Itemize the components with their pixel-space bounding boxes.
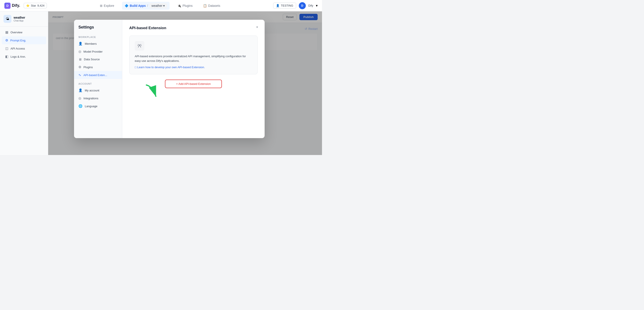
breadcrumb-separator: /	[147, 4, 148, 8]
my-account-label: My account	[85, 89, 99, 92]
close-button[interactable]: ×	[254, 24, 260, 30]
explore-nav-item[interactable]: ⊞ Explore	[97, 3, 117, 9]
model-provider-label: Model Provider	[84, 50, 102, 53]
content-title: API-based Extension	[129, 26, 258, 30]
api-extension-svg-icon	[137, 43, 142, 48]
add-extension-label: + Add API-based Extension	[176, 82, 211, 86]
settings-sidebar: Settings WORKPLACE 👤 Members ◎ Model Pro…	[74, 20, 122, 138]
prompt-eng-icon: ⚙	[5, 38, 8, 42]
star-label: Star	[31, 4, 36, 7]
info-box-icon	[135, 41, 144, 51]
api-access-icon: ◫	[5, 47, 8, 51]
github-star-button[interactable]: ⭐ Star 9,424	[24, 3, 47, 8]
breadcrumb: Build Apps / weather ▾	[130, 3, 167, 8]
settings-item-data-source[interactable]: 🖥 Data Source	[74, 56, 122, 63]
plugins-nav-item[interactable]: 🔌 Plugins	[175, 3, 195, 9]
plugins-icon: 🔌	[178, 4, 181, 8]
top-nav: D Dify. ⭐ Star 9,424 ⊞ Explore 🔷 Build A…	[0, 0, 322, 12]
main-layout: 🌤 weather Chat App ▦ Overview ⚙ Prompt E…	[0, 12, 322, 155]
api-extension-icon: ∿	[78, 73, 81, 77]
settings-item-language[interactable]: 🌐 Language	[74, 102, 122, 110]
overview-label: Overview	[10, 31, 22, 34]
plugins-settings-label: Plugins	[84, 66, 93, 69]
info-box-text: API-based extensions provide centralized…	[135, 54, 252, 63]
info-box-link[interactable]: □ Learn how to develop your own API-base…	[135, 66, 252, 69]
settings-item-members[interactable]: 👤 Members	[74, 40, 122, 48]
settings-item-integrations[interactable]: ◎ Integrations	[74, 94, 122, 102]
avatar[interactable]: D	[299, 2, 306, 9]
language-label: Language	[85, 105, 98, 108]
settings-content-area: API-based Extension ×	[122, 20, 264, 138]
settings-item-plugins[interactable]: ⚙ Plugins	[74, 63, 122, 71]
add-extension-button[interactable]: + Add API-based Extension	[165, 80, 222, 88]
svg-point-0	[139, 45, 140, 46]
star-count: 9,424	[38, 4, 45, 7]
members-label: Members	[85, 42, 96, 45]
nav-center: ⊞ Explore 🔷 Build Apps / weather ▾ 🔌 Plu…	[50, 2, 270, 10]
sidebar-item-api-access[interactable]: ◫ API Access	[2, 45, 46, 52]
plugins-settings-icon: ⚙	[78, 65, 81, 69]
build-apps-label: Build Apps	[130, 4, 146, 8]
logo-text: Dify.	[12, 3, 20, 8]
overview-icon: ▦	[5, 30, 8, 34]
build-apps-icon: 🔷	[125, 4, 128, 8]
model-provider-icon: ◎	[78, 50, 81, 54]
datasets-label: Datasets	[208, 4, 220, 8]
info-link-text: Learn how to develop your own API-based …	[137, 66, 205, 69]
user-initial: D	[301, 4, 303, 7]
integrations-icon: ◎	[78, 96, 81, 100]
language-icon: 🌐	[78, 104, 82, 108]
logs-label: Logs & Ann.	[10, 55, 26, 58]
user-chevron-icon: ▾	[316, 4, 318, 8]
prompt-eng-label: Prompt Eng.	[10, 39, 26, 42]
app-icon: 🌤	[4, 15, 12, 23]
testing-button[interactable]: 👤 TESTING	[273, 3, 296, 9]
sidebar-item-overview[interactable]: ▦ Overview	[2, 28, 46, 36]
integrations-label: Integrations	[84, 97, 98, 100]
sidebar-item-logs[interactable]: ◧ Logs & Ann.	[2, 53, 46, 61]
explore-icon: ⊞	[100, 4, 102, 8]
logo-icon: D	[4, 3, 10, 9]
my-account-icon: 👤	[78, 88, 82, 92]
settings-item-my-account[interactable]: 👤 My account	[74, 86, 122, 94]
build-apps-nav-item[interactable]: 🔷 Build Apps / weather ▾	[122, 2, 170, 10]
settings-modal: Settings WORKPLACE 👤 Members ◎ Model Pro…	[74, 20, 264, 138]
close-icon: ×	[256, 25, 258, 29]
logs-icon: ◧	[5, 55, 8, 59]
weather-dropdown[interactable]: weather ▾	[150, 3, 167, 8]
api-extension-label: API-based Exten...	[84, 74, 107, 77]
account-section-label: ACCOUNT	[74, 82, 122, 85]
settings-item-model-provider[interactable]: ◎ Model Provider	[74, 48, 122, 56]
settings-title: Settings	[74, 25, 122, 34]
workplace-section-label: WORKPLACE	[74, 36, 122, 38]
link-icon: □	[135, 66, 136, 69]
api-access-label: API Access	[10, 47, 25, 50]
github-icon: ⭐	[26, 4, 30, 7]
content-area: PROMPT Reset Publish ↺ Restart ced in th…	[48, 12, 322, 155]
explore-label: Explore	[104, 4, 114, 8]
datasets-nav-item[interactable]: 📋 Datasets	[200, 3, 223, 9]
testing-label: TESTING	[281, 4, 293, 7]
chevron-down-icon: ▾	[163, 4, 165, 8]
app-header: 🌤 weather Chat App	[0, 15, 48, 27]
members-icon: 👤	[78, 42, 82, 46]
logo[interactable]: D Dify.	[4, 3, 20, 9]
user-name-label: Dify	[308, 4, 313, 7]
modal-overlay[interactable]: Settings WORKPLACE 👤 Members ◎ Model Pro…	[48, 12, 322, 155]
data-source-label: Data Source	[84, 58, 100, 61]
app-info: weather Chat App	[14, 16, 25, 22]
app-sidebar: 🌤 weather Chat App ▦ Overview ⚙ Prompt E…	[0, 12, 48, 155]
sidebar-item-prompt-eng[interactable]: ⚙ Prompt Eng.	[2, 36, 46, 44]
app-name: weather	[14, 16, 25, 19]
plugins-label: Plugins	[182, 4, 192, 8]
api-extension-info-box: API-based extensions provide centralized…	[129, 36, 258, 74]
settings-item-api-extension[interactable]: ∿ API-based Exten...	[74, 71, 122, 79]
testing-icon: 👤	[276, 4, 280, 7]
weather-label: weather	[152, 4, 162, 8]
data-source-icon: 🖥	[78, 58, 82, 61]
datasets-icon: 📋	[203, 4, 207, 8]
app-type: Chat App	[14, 19, 25, 22]
nav-right: 👤 TESTING D Dify ▾	[273, 2, 318, 9]
